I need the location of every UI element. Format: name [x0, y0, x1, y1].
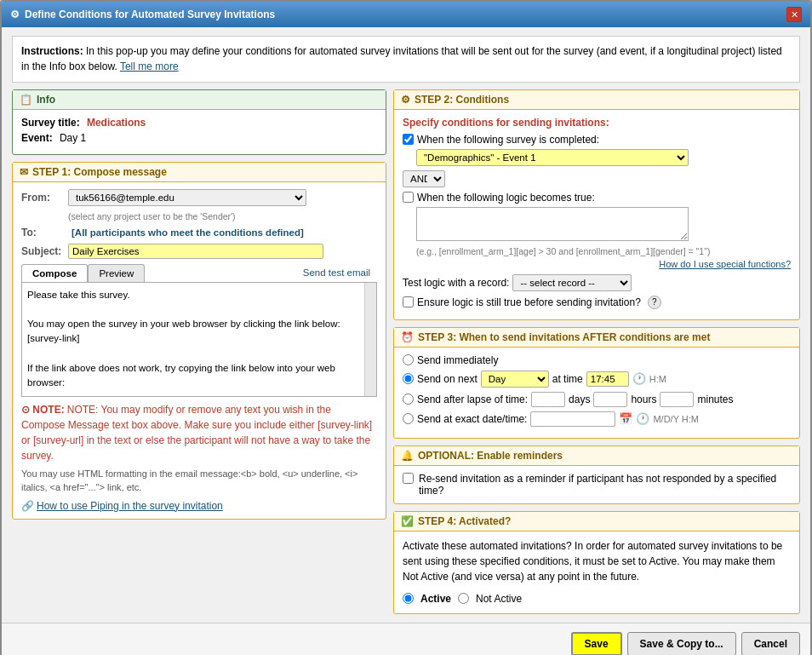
tab-compose[interactable]: Compose — [21, 264, 88, 282]
to-row: To: [All participants who meet the condi… — [21, 227, 377, 238]
dialog-title: Define Conditions for Automated Survey I… — [25, 9, 275, 20]
step2-body: Specify conditions for sending invitatio… — [394, 110, 799, 319]
send-exact-row: Send at exact date/time: 📅 🕐 M/D/Y H:M — [403, 411, 791, 427]
send-exact-radio[interactable] — [403, 413, 414, 424]
info-icon: 📋 — [20, 94, 32, 106]
send-immediately-radio[interactable] — [403, 354, 414, 365]
instructions-text: Instructions: In this pop-up you may def… — [21, 45, 782, 72]
active-label: Active — [420, 591, 451, 606]
days-label: days — [569, 394, 590, 405]
special-functions-link[interactable]: How do I use special functions? — [659, 259, 791, 269]
send-immediately-label: Send immediately — [417, 354, 498, 366]
compose-area: Please take this survey. You may open th… — [21, 283, 377, 397]
not-active-label: Not Active — [476, 591, 522, 606]
active-radio[interactable] — [403, 593, 414, 604]
step2-title: STEP 2: Conditions — [415, 94, 509, 106]
info-header: 📋 Info — [13, 90, 386, 110]
step4-panel: ✅ STEP 4: Activated? Activate these auto… — [393, 511, 800, 614]
step4-icon: ✅ — [401, 515, 414, 527]
mdy-label: M/D/Y H:M — [653, 414, 699, 424]
not-active-radio[interactable] — [458, 593, 469, 604]
optional-header: 🔔 OPTIONAL: Enable reminders — [394, 446, 799, 466]
step4-header: ✅ STEP 4: Activated? — [394, 512, 799, 531]
ensure-label: Ensure logic is still true before sendin… — [417, 296, 641, 308]
survey-title-row: Survey title: Medications — [21, 117, 377, 129]
logic-hint: (e.g., [enrollment_arm_1][age] > 30 and … — [416, 246, 791, 256]
event-row: Event: Day 1 — [21, 132, 377, 144]
record-select[interactable]: -- select record -- — [512, 274, 632, 291]
send-lapse-row: Send after lapse of time: days hours min… — [403, 392, 791, 407]
subject-input[interactable] — [68, 244, 323, 259]
exact-input[interactable] — [530, 411, 615, 427]
dialog-footer: Save Save & Copy to... Cancel — [2, 623, 810, 656]
info-panel: 📋 Info Survey title: Medications Event: … — [12, 89, 386, 155]
tell-me-more-link[interactable]: Tell me more — [120, 60, 179, 72]
test-logic-label: Test logic with a record: — [403, 277, 509, 289]
minutes-label: minutes — [697, 394, 733, 405]
to-label: To: — [21, 227, 68, 238]
survey-checkbox[interactable] — [403, 134, 414, 145]
minutes-input[interactable] — [660, 392, 694, 407]
send-after-label: Send after lapse of time: — [417, 394, 528, 405]
send-exact-label: Send at exact date/time: — [417, 413, 527, 425]
optional-body: Re-send invitation as a reminder if part… — [394, 466, 799, 503]
step1-panel: ✉ STEP 1: Compose message From: tuk56166… — [12, 162, 386, 520]
test-logic-row: Test logic with a record: -- select reco… — [403, 274, 791, 291]
event-label: Event: — [21, 132, 53, 144]
step4-title: STEP 4: Activated? — [418, 515, 511, 527]
survey-title-label: Survey title: — [21, 117, 80, 129]
survey-select[interactable]: "Demographics" - Event 1 — [416, 149, 689, 166]
tab-preview[interactable]: Preview — [88, 264, 145, 282]
days-input[interactable] — [531, 392, 565, 407]
send-lapse-radio[interactable] — [403, 394, 414, 405]
specify-label: Specify conditions for sending invitatio… — [403, 117, 791, 129]
cancel-button[interactable]: Cancel — [741, 632, 800, 656]
step1-header: ✉ STEP 1: Compose message — [13, 163, 386, 182]
dialog-titlebar: ⚙ Define Conditions for Automated Survey… — [2, 2, 810, 27]
hours-input[interactable] — [593, 392, 627, 407]
step2-panel: ⚙ STEP 2: Conditions Specify conditions … — [393, 89, 800, 320]
logic-checkbox-label: When the following logic becomes true: — [417, 192, 595, 204]
subject-label: Subject: — [21, 245, 68, 257]
ensure-checkbox[interactable] — [403, 296, 414, 307]
optional-title: OPTIONAL: Enable reminders — [418, 450, 563, 462]
step3-title: STEP 3: When to send invitations AFTER c… — [418, 331, 710, 343]
step4-body: Activate these automated invitations? In… — [394, 531, 799, 613]
send-test-link[interactable]: Send test email — [296, 264, 377, 282]
main-layout: 📋 Info Survey title: Medications Event: … — [12, 89, 800, 614]
left-column: 📋 Info Survey title: Medications Event: … — [12, 89, 386, 614]
right-column: ⚙ STEP 2: Conditions Specify conditions … — [393, 89, 800, 614]
compose-tabs: Compose Preview Send test email — [21, 264, 377, 283]
clock2-icon: 🕐 — [636, 412, 649, 425]
and-row: AND — [403, 170, 791, 187]
save-button[interactable]: Save — [571, 632, 622, 656]
from-select[interactable]: tuk56166@temple.edu — [68, 189, 306, 206]
dialog-body: Instructions: In this pop-up you may def… — [2, 27, 810, 623]
time-input[interactable] — [586, 371, 629, 387]
logic-textarea[interactable] — [416, 207, 689, 241]
subject-row: Subject: — [21, 244, 377, 259]
logic-checkbox[interactable] — [403, 192, 414, 203]
reminder-checkbox[interactable] — [403, 473, 414, 484]
piping-link[interactable]: How to use Piping in the survey invitati… — [37, 500, 223, 512]
compose-scrollbar[interactable] — [364, 283, 376, 396]
survey-select-row: "Demographics" - Event 1 — [416, 149, 791, 166]
from-label: From: — [21, 192, 68, 204]
step3-header: ⏰ STEP 3: When to send invitations AFTER… — [394, 328, 799, 348]
day-select[interactable]: Day — [481, 371, 549, 388]
save-copy-button[interactable]: Save & Copy to... — [627, 632, 736, 656]
step2-header: ⚙ STEP 2: Conditions — [394, 90, 799, 110]
activation-row: Active Not Active — [403, 591, 791, 606]
and-select[interactable]: AND — [403, 170, 445, 187]
survey-condition-row: When the following survey is completed: — [403, 134, 791, 146]
calendar-icon: 📅 — [619, 412, 632, 425]
close-button[interactable]: ✕ — [786, 7, 802, 22]
send-immediately-row: Send immediately — [403, 354, 791, 366]
from-hint: (select any project user to be the 'Send… — [68, 211, 377, 221]
send-on-next-radio[interactable] — [403, 373, 414, 384]
help-button[interactable]: ? — [648, 296, 661, 309]
from-row: From: tuk56166@temple.edu — [21, 189, 377, 206]
survey-checkbox-label: When the following survey is completed: — [417, 134, 599, 146]
compose-textarea[interactable]: Please take this survey. You may open th… — [22, 283, 376, 394]
logic-condition-row: When the following logic becomes true: — [403, 192, 791, 204]
